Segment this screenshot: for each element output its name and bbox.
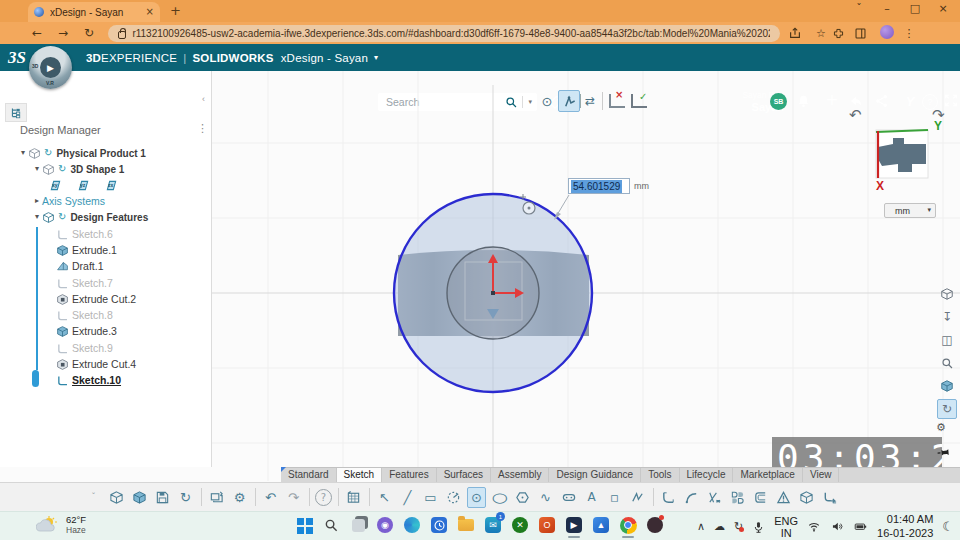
tab-view[interactable]: View <box>803 468 840 482</box>
plane-yz-icon[interactable]: yz <box>76 180 91 191</box>
onedrive-cloud-icon[interactable]: ☁ <box>714 521 725 532</box>
edit-body-icon[interactable] <box>937 284 957 304</box>
office-app-icon[interactable]: O <box>536 514 558 536</box>
tree-label[interactable]: 3D Shape 1 <box>70 164 124 175</box>
panel-collapse-icon[interactable]: ‹ <box>202 94 205 104</box>
open-icon[interactable] <box>130 487 149 508</box>
point-tool-icon[interactable]: ▫ <box>605 487 624 508</box>
tree-item-sketch6[interactable]: Sketch.6 <box>0 226 266 242</box>
rotate-lock-icon[interactable]: ↻ <box>937 399 957 419</box>
plane-zx-icon[interactable]: zx <box>104 180 119 191</box>
focus-assist-moon-icon[interactable]: ☾ <box>942 520 954 533</box>
tree-label[interactable]: Extrude.3 <box>72 325 117 337</box>
bookmark-star-icon[interactable]: ☆ <box>810 28 832 39</box>
polygon-tool-icon[interactable] <box>513 487 532 508</box>
tree-label[interactable]: Extrude.1 <box>72 244 117 256</box>
profile-avatar[interactable] <box>876 25 898 41</box>
tab-lifecycle[interactable]: Lifecycle <box>680 468 734 482</box>
tree-label[interactable]: Sketch.10 <box>72 374 121 386</box>
forward-button[interactable]: → <box>50 27 76 39</box>
tree-item-design-features[interactable]: ▾ ↻ Design Features <box>0 209 242 225</box>
circle-tool-icon-selected[interactable]: ⊙ <box>467 487 486 508</box>
shaded-view-icon[interactable] <box>937 376 957 396</box>
redo-icon[interactable]: ↷ <box>284 487 303 508</box>
language-indicator[interactable]: ENGIN <box>774 515 798 539</box>
chamfer-tool-icon[interactable] <box>682 487 701 508</box>
screen-recorder-app-icon[interactable]: ▶ <box>563 514 585 536</box>
tree-label[interactable]: Extrude Cut.4 <box>72 358 136 370</box>
ellipse-tool-icon[interactable]: ○ <box>486 487 514 508</box>
app-switcher-chevron-icon[interactable]: ▾ <box>374 54 378 62</box>
offset-tool-icon[interactable] <box>751 487 770 508</box>
tab-marketplace[interactable]: Marketplace <box>733 468 802 482</box>
wifi-icon[interactable] <box>807 520 821 533</box>
tab-features[interactable]: Features <box>382 468 436 482</box>
tree-label[interactable]: Sketch.9 <box>72 342 113 354</box>
taskbar-weather-widget[interactable]: 62°F Haze <box>36 514 86 536</box>
dimension-input[interactable]: 54.601529 <box>568 178 630 194</box>
plane-xy-icon[interactable]: xy <box>48 180 63 191</box>
tab-surfaces[interactable]: Surfaces <box>437 468 491 482</box>
expander-icon[interactable]: ▾ <box>18 149 28 157</box>
smart-dimension-tool-selected[interactable] <box>558 90 580 112</box>
tree-item-extrude1[interactable]: Extrude.1 <box>0 242 266 258</box>
snap-target-icon[interactable]: ⊙ <box>536 90 558 112</box>
tab-close-icon[interactable]: × <box>146 7 154 17</box>
tree-label[interactable]: Extrude Cut.2 <box>72 293 136 305</box>
text-tool-icon[interactable]: A <box>582 487 601 508</box>
taskbar-clock[interactable]: 01:40 AM16-01-2023 <box>877 513 933 540</box>
app-title[interactable]: 3DEXPERIENCE | SOLIDWORKS xDesign - Saya… <box>86 44 378 71</box>
cancel-sketch-icon[interactable]: × <box>606 90 628 112</box>
back-button[interactable]: ← <box>24 27 50 39</box>
window-close-button[interactable]: × <box>930 3 956 14</box>
browser-tab[interactable]: xDesign - Sayan × <box>28 2 160 22</box>
url-text[interactable]: r1132100926485-usw2-academia-ifwe.3dexpe… <box>132 28 770 39</box>
expander-icon[interactable]: ▾ <box>32 165 42 173</box>
microphone-icon[interactable] <box>752 520 765 534</box>
tree-item-sketch9[interactable]: Sketch.9 <box>0 340 266 356</box>
rotate-left-icon[interactable]: ↶ <box>849 108 862 123</box>
3ds-logo[interactable]: 3S <box>8 48 26 68</box>
share-icon[interactable] <box>788 26 810 40</box>
sketch-grid-icon[interactable] <box>344 487 363 508</box>
sync-recording-icon[interactable]: ↻ <box>734 521 743 532</box>
exit-sketch-icon[interactable] <box>820 487 839 508</box>
constraint-warning-icon[interactable] <box>774 487 793 508</box>
tree-item-extrude3[interactable]: Extrude.3 <box>0 323 266 339</box>
unit-dropdown[interactable]: mm ▾ <box>884 203 936 218</box>
tab-standard[interactable]: Standard <box>281 468 337 482</box>
address-bar[interactable]: r1132100926485-usw2-academia-ifwe.3dexpe… <box>108 25 780 42</box>
select-tool-icon[interactable]: ↖ <box>375 487 394 508</box>
trim-tool-icon[interactable] <box>705 487 724 508</box>
sync-icon[interactable]: ↻ <box>176 487 195 508</box>
robot-assistant-icon[interactable]: ⚙ <box>936 422 946 433</box>
photos-app-icon[interactable]: ▲ <box>590 514 612 536</box>
window-minimize-button[interactable]: – <box>874 3 900 14</box>
arc-tool-icon[interactable] <box>444 487 463 508</box>
toolbar-collapse-chevron-icon[interactable]: ˇ <box>84 487 103 508</box>
xbox-app-icon[interactable]: ✕ <box>509 514 531 536</box>
settings-gear-icon[interactable]: ⚙ <box>230 487 249 508</box>
exit-sketch-ok-icon[interactable]: ✓ <box>628 90 650 112</box>
side-panel-icon[interactable] <box>854 27 876 40</box>
battery-icon[interactable] <box>853 520 868 533</box>
tree-item-extrude-cut4[interactable]: Extrude Cut.4 <box>0 356 266 372</box>
help-icon[interactable]: ? <box>315 489 332 506</box>
pattern-tool-icon[interactable] <box>728 487 747 508</box>
expander-icon[interactable]: ▾ <box>32 213 42 221</box>
tree-label[interactable]: Axis Systems <box>42 195 105 207</box>
tree-label[interactable]: Sketch.8 <box>72 309 113 321</box>
task-view-icon[interactable] <box>347 514 369 536</box>
lock-icon[interactable] <box>118 31 126 39</box>
project-geometry-icon[interactable] <box>797 487 816 508</box>
panel-menu-icon[interactable]: ⋮ <box>197 123 208 134</box>
tab-assembly[interactable]: Assembly <box>491 468 549 482</box>
chrome-browser-icon[interactable] <box>617 514 639 536</box>
browser-menu-icon[interactable]: ⋮ <box>898 28 920 39</box>
compass-play-button[interactable]: 3D ▶ V.R <box>29 46 72 89</box>
tree-label[interactable]: Sketch.6 <box>72 228 113 240</box>
dimension-value[interactable]: 54.601529 <box>571 180 622 193</box>
mail-app-icon[interactable]: ✉1 <box>482 514 504 536</box>
tree-item-physical-product[interactable]: ▾ ↻ Physical Product 1 <box>0 145 228 161</box>
tree-item-sketch7[interactable]: Sketch.7 <box>0 275 266 291</box>
